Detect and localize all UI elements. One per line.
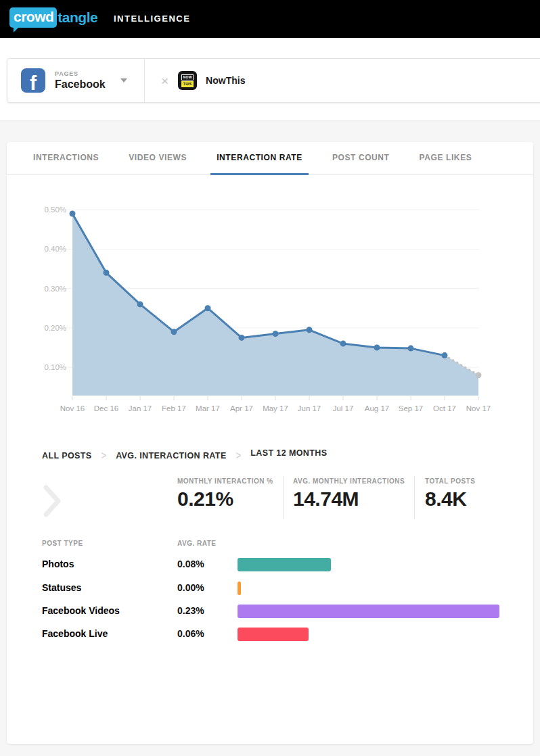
data-point[interactable] [70,211,76,217]
post-type-label: Photos [42,559,74,569]
chevron-right-icon: > [236,449,242,463]
x-tick-label: Jan 17 [129,404,152,412]
x-tick-label: Feb 17 [162,404,186,412]
source-value: Facebook [55,78,106,91]
expand-chevron-icon[interactable] [41,482,62,523]
y-tick-label: 0.20% [44,324,66,332]
tab-page-likes[interactable]: PAGE LIKES [413,142,478,175]
breadcrumb-all-posts[interactable]: ALL POSTS [42,451,92,460]
breadcrumb-last-12-months[interactable]: LAST 12 MONTHS [250,448,327,458]
crowdtangle-logo[interactable]: crowd tangle [9,7,97,28]
top-nav-bar: crowd tangle INTELLIGENCE [0,0,540,38]
tab-interaction-rate[interactable]: INTERACTION RATE [210,142,309,175]
post-rate-value: 0.06% [177,628,204,639]
data-point[interactable] [205,305,211,311]
table-row-facebook-live[interactable]: Facebook Live 0.06% [42,625,516,644]
post-type-label: Statuses [42,582,81,593]
y-tick-label: 0.40% [44,245,66,253]
tab-interactions[interactable]: INTERACTIONS [27,142,105,175]
nowthis-logo-this: THIS [181,81,194,87]
crowdtangle-intelligence-page: crowd tangle INTELLIGENCE f PAGES Facebo… [0,0,540,756]
intelligence-nav-label[interactable]: INTELLIGENCE [114,14,190,24]
metric-tabs: INTERACTIONS VIDEO VIEWS INTERACTION RAT… [7,142,533,175]
stat-monthly-interaction: MONTHLY INTERACTION % 0.21% [177,477,273,511]
rate-bar [238,628,309,641]
data-point[interactable] [442,352,448,358]
data-point[interactable] [239,335,245,341]
crowdtangle-logo-bubble: crowd [9,7,57,28]
stat-avg-monthly-interactions: AVG. MONTHLY INTERACTIONS 14.74M [293,477,405,511]
data-point[interactable] [476,372,482,378]
breadcrumb-avg-interaction-rate[interactable]: AVG. INTERACTION RATE [116,451,227,460]
data-point[interactable] [340,341,346,347]
data-point[interactable] [374,345,380,351]
chevron-right-icon: > [102,449,107,463]
page-chip-name: NowThis [206,75,245,86]
rate-bar [238,605,499,618]
pages-source-selector[interactable]: f PAGES Facebook [7,59,144,102]
rate-bar [238,582,241,595]
stat-value: 0.21% [177,488,273,511]
analytics-card: INTERACTIONS VIDEO VIEWS INTERACTION RAT… [7,142,533,744]
filter-bar: f PAGES Facebook × NOW THIS NowThis [7,58,540,103]
nowthis-logo-now: NOW [181,74,194,80]
interaction-rate-chart[interactable]: 0.50%0.40%0.30%0.20%0.10%Nov 16Dec 16Jan… [7,183,533,426]
x-tick-label: Aug 17 [365,404,389,412]
post-type-label: Facebook Live [42,628,108,639]
x-tick-label: Jun 17 [298,404,321,412]
data-point[interactable] [104,270,110,276]
stat-value: 14.74M [293,488,405,511]
table-row-statuses[interactable]: Statuses 0.00% [42,579,516,598]
post-rate-value: 0.08% [177,559,204,569]
y-tick-label: 0.30% [44,285,66,293]
stat-value: 8.4K [425,488,475,511]
x-tick-label: Oct 17 [433,404,456,412]
x-tick-label: Nov 16 [60,404,85,412]
table-row-facebook-videos[interactable]: Facebook Videos 0.23% [42,602,516,621]
data-point[interactable] [273,331,279,337]
stat-divider [283,476,284,519]
rate-bar [238,558,331,571]
x-tick-label: Apr 17 [230,404,253,412]
chevron-down-icon [120,78,127,82]
column-header-avg-rate: AVG. RATE [177,540,216,547]
table-row-photos[interactable]: Photos 0.08% [42,555,516,574]
tab-video-views[interactable]: VIDEO VIEWS [122,142,193,175]
x-tick-label: May 17 [263,404,288,412]
crowdtangle-logo-text: tangle [58,7,97,28]
x-tick-label: Dec 16 [94,404,118,412]
breadcrumb: ALL POSTS > AVG. INTERACTION RATE > LAST… [42,450,327,460]
data-point[interactable] [307,327,313,333]
data-point[interactable] [137,301,143,307]
area-fill [72,214,478,396]
source-label: PAGES [55,70,106,77]
stat-label: AVG. MONTHLY INTERACTIONS [293,477,405,485]
stat-total-posts: TOTAL POSTS 8.4K [425,477,475,511]
x-tick-label: Nov 17 [466,404,491,412]
post-type-label: Facebook Videos [42,605,120,616]
post-rate-value: 0.00% [177,582,204,593]
nowthis-logo: NOW THIS [178,71,197,90]
tab-post-count[interactable]: POST COUNT [326,142,396,175]
column-header-post-type: POST TYPE [42,540,83,547]
close-icon[interactable]: × [161,74,168,87]
x-tick-label: Sep 17 [399,404,423,412]
stat-divider [414,476,415,519]
x-tick-label: Jul 17 [333,404,354,412]
stat-label: MONTHLY INTERACTION % [177,477,273,485]
post-rate-value: 0.23% [177,605,204,616]
y-tick-label: 0.50% [44,206,66,214]
stat-label: TOTAL POSTS [425,477,475,485]
data-point[interactable] [171,329,177,335]
facebook-icon: f [21,68,45,93]
source-text: PAGES Facebook [55,70,106,91]
x-tick-label: Mar 17 [196,404,220,412]
nowthis-page-chip[interactable]: × NOW THIS NowThis [145,71,245,90]
data-point[interactable] [408,346,414,352]
y-tick-label: 0.10% [44,363,66,371]
